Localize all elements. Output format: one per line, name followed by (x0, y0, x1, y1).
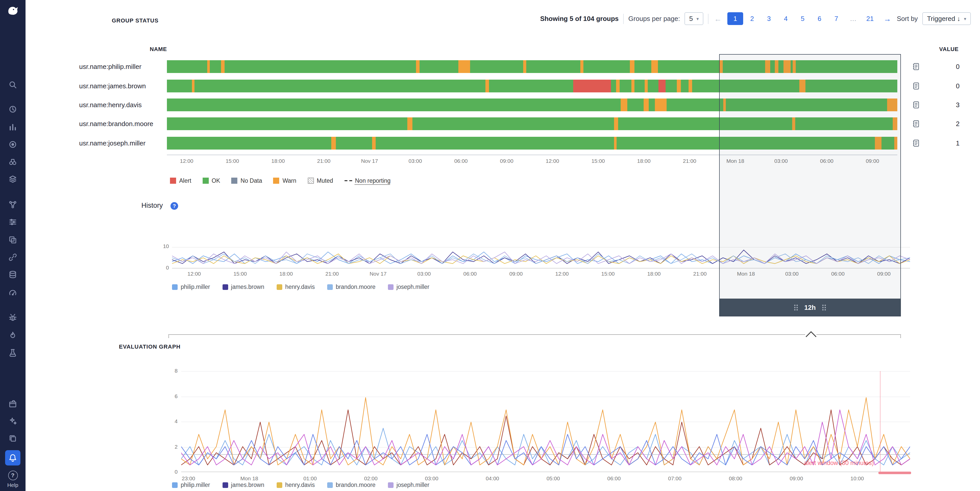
axis-tick: 21:00 (325, 270, 339, 276)
target-icon[interactable] (8, 140, 18, 149)
warn-segment (630, 60, 635, 73)
prev-page-button[interactable]: ← (713, 14, 723, 23)
notebook-icon[interactable] (912, 120, 920, 129)
series-legend-item[interactable]: joseph.miller (388, 284, 429, 290)
axis-tick: 02:00 (364, 475, 378, 481)
copy-icon[interactable] (8, 434, 18, 443)
warn-segment (645, 79, 648, 92)
series-swatch-icon (388, 482, 393, 488)
group-value: 2 (929, 120, 959, 128)
axis-tick: 07:00 (668, 475, 682, 481)
value-column-header: VALUE (916, 46, 959, 52)
sparkles-icon[interactable] (8, 416, 18, 426)
evaluation-chart[interactable] (181, 371, 910, 472)
legend-label: Alert (179, 178, 191, 184)
nodata-swatch-icon (231, 178, 238, 184)
next-page-button[interactable]: → (883, 14, 892, 23)
axis-tick: 06:00 (454, 158, 468, 164)
y-tick: 0 (157, 469, 178, 475)
graph-nodes-icon[interactable] (8, 200, 18, 209)
warn-segment (331, 137, 336, 149)
series-label: philip.miller (181, 284, 210, 290)
sidebar: ? Help (0, 0, 25, 491)
series-legend-item[interactable]: joseph.miller (388, 482, 429, 488)
series-legend-item[interactable]: brandon.moore (327, 284, 375, 290)
search-icon[interactable] (8, 80, 18, 89)
pipelines-icon[interactable] (8, 218, 18, 227)
name-column-header: NAME (118, 46, 167, 52)
page-button-4[interactable]: 4 (778, 12, 794, 25)
series-swatch-icon (327, 284, 332, 290)
evaluation-legend: philip.millerjames.brownhenry.davisbrand… (172, 482, 430, 488)
alert-segment (659, 79, 666, 92)
series-legend-item[interactable]: henry.davis (277, 482, 315, 488)
notebook-icon[interactable] (912, 100, 920, 109)
axis-tick: 15:00 (601, 270, 615, 276)
series-swatch-icon (327, 482, 332, 488)
warn-segment (655, 99, 667, 111)
groups-per-page-select[interactable]: 5▾ (684, 12, 703, 25)
series-legend-item[interactable]: james.brown (222, 284, 264, 290)
axis-tick: 09:00 (790, 475, 803, 481)
binoculars-icon[interactable] (8, 157, 18, 166)
axis-tick: 03:00 (409, 158, 422, 164)
legend-item-alert: Alert (170, 178, 191, 184)
bell-icon[interactable] (5, 450, 21, 466)
sort-by-label: Sort by (897, 15, 918, 22)
axis-tick: 15:00 (234, 270, 247, 276)
time-selection-window[interactable]: 12h (719, 54, 901, 316)
group-status-title: GROUP STATUS (112, 17, 159, 24)
app-root: ? Help GROUP STATUS Showing 5 of 104 gro… (0, 0, 980, 491)
package-icon[interactable] (8, 399, 18, 408)
windows-icon[interactable] (8, 235, 18, 245)
layers-icon[interactable] (8, 175, 18, 184)
gauge-icon[interactable] (8, 288, 18, 297)
notebook-icon[interactable] (912, 81, 920, 90)
series-label: henry.davis (285, 482, 315, 488)
series-legend-item[interactable]: james.brown (222, 482, 264, 488)
clock-icon[interactable] (8, 105, 18, 114)
flask-icon[interactable] (8, 348, 18, 357)
alert-swatch-icon (170, 178, 176, 184)
axis-tick: Nov 17 (361, 158, 378, 164)
drag-grip-icon (794, 304, 798, 311)
series-legend-item[interactable]: philip.miller (172, 284, 210, 290)
warn-segment (614, 118, 618, 130)
warn-segment (614, 137, 617, 149)
legend-label[interactable]: Non reporting (355, 178, 390, 184)
warn-swatch-icon (273, 178, 280, 184)
y-tick: 2 (157, 443, 178, 450)
group-value: 1 (929, 139, 959, 147)
warn-segment (416, 60, 420, 73)
nonreporting-swatch-icon (344, 180, 352, 181)
database-icon[interactable] (8, 270, 18, 279)
help-button[interactable]: ? Help (0, 470, 25, 488)
flame-icon[interactable] (8, 331, 18, 340)
selection-drag-handle[interactable]: 12h (720, 299, 900, 316)
page-button-3[interactable]: 3 (761, 12, 777, 25)
bug-icon[interactable] (8, 313, 18, 322)
page-button-1[interactable]: 1 (727, 12, 743, 25)
alert-segment (573, 79, 611, 92)
y-tick: 0 (156, 264, 169, 270)
series-legend-item[interactable]: philip.miller (172, 482, 210, 488)
group-name-label: usr.name:james.brown (79, 82, 167, 90)
page-button-2[interactable]: 2 (744, 12, 760, 25)
link-icon[interactable] (8, 253, 18, 262)
sort-select[interactable]: Triggered ↓▾ (922, 12, 971, 25)
bar-chart-icon[interactable] (8, 122, 18, 132)
axis-tick: Nov 17 (369, 270, 387, 276)
help-question-icon[interactable]: ? (170, 202, 178, 210)
series-legend-item[interactable]: henry.davis (277, 284, 315, 290)
legend-label: Muted (317, 178, 333, 184)
page-button-5[interactable]: 5 (795, 12, 811, 25)
datadog-logo[interactable] (6, 3, 20, 18)
notebook-icon[interactable] (912, 62, 920, 71)
y-tick: 10 (156, 243, 169, 249)
page-button-21[interactable]: 21 (862, 12, 878, 25)
notebook-icon[interactable] (912, 139, 920, 148)
series-legend-item[interactable]: brandon.moore (327, 482, 375, 488)
page-button-6[interactable]: 6 (811, 12, 827, 25)
page-button-7[interactable]: 7 (829, 12, 844, 25)
warn-segment (485, 79, 489, 92)
